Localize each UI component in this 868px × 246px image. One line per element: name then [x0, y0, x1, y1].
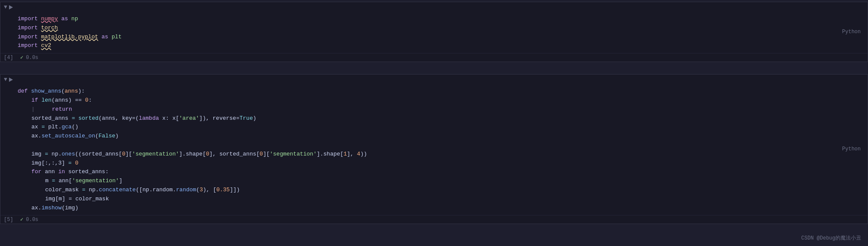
cell-4-footer: [4] ✓ 0.0s Python: [0, 53, 868, 62]
cell-5-header: ▼: [0, 75, 868, 84]
cell-number-4: [4]: [4, 55, 17, 61]
lang-badge-4: Python: [842, 29, 861, 35]
code-line: def show_anns(anns):: [18, 87, 868, 96]
code-line: |return: [18, 105, 868, 114]
code-line: ax.set_autoscale_on(False): [18, 132, 868, 141]
cell-5-body: def show_anns(anns): if len(anns) == 0: …: [0, 84, 868, 215]
code-line: sorted_anns = sorted(anns, key=(lambda x…: [18, 114, 868, 123]
cell-4-body: import numpy as np import torch import m…: [0, 12, 868, 53]
code-line: [18, 141, 868, 150]
code-line: import numpy as np: [18, 15, 868, 24]
csdn-badge: CSDN @Debug的魔法小丑: [801, 234, 861, 242]
run-button-5[interactable]: [9, 78, 13, 82]
code-line: img = np.ones((sorted_anns[0]['segmentat…: [18, 150, 868, 159]
run-button-4[interactable]: [9, 5, 13, 9]
cell-5-footer: [5] ✓ 0.0s Python: [0, 215, 868, 224]
code-line: if len(anns) == 0:: [18, 96, 868, 105]
code-line: color_mask = np.concatenate([np.random.r…: [18, 186, 868, 195]
code-line: img[m] = color_mask: [18, 195, 868, 204]
exec-time-5: 0.0s: [26, 217, 38, 223]
cell-number-5: [5]: [4, 217, 17, 223]
code-line: img[:,:,3] = 0: [18, 159, 868, 168]
cell-4-header: ▼: [0, 2, 868, 12]
checkmark-icon-5: ✓: [20, 216, 23, 223]
code-line: m = ann['segmentation']: [18, 177, 868, 186]
cell-5: ▼ def show_anns(anns): if len(anns) == 0…: [0, 74, 868, 224]
cell-gap: [0, 64, 868, 72]
notebook: ▼ import numpy as np import torch import…: [0, 2, 868, 224]
code-line: import cv2: [18, 41, 868, 50]
chevron-down-icon-5[interactable]: ▼: [4, 76, 7, 83]
code-line: for ann in sorted_anns:: [18, 168, 868, 177]
code-line: import torch: [18, 24, 868, 33]
exec-time-4: 0.0s: [26, 55, 38, 61]
code-line: ax = plt.gca(): [18, 123, 868, 132]
chevron-down-icon[interactable]: ▼: [4, 4, 7, 10]
lang-badge-5: Python: [842, 146, 861, 152]
code-line: import matplotlib.pyplot as plt: [18, 33, 868, 42]
code-line: ax.imshow(img): [18, 204, 868, 213]
cell-4: ▼ import numpy as np import torch import…: [0, 2, 868, 62]
checkmark-icon-4: ✓: [20, 54, 23, 61]
